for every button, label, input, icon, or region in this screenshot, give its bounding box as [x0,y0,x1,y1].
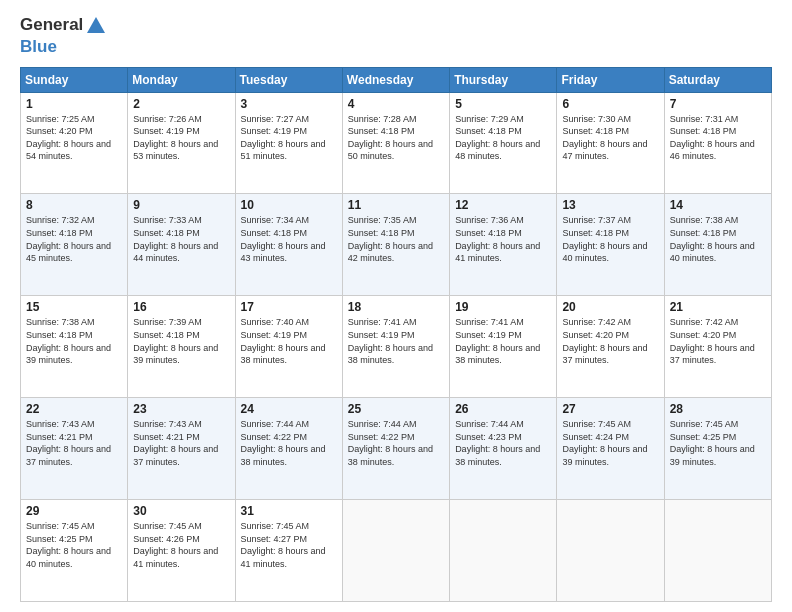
calendar-week-5: 29Sunrise: 7:45 AMSunset: 4:25 PMDayligh… [21,500,772,602]
day-info: Sunrise: 7:45 AMSunset: 4:24 PMDaylight:… [562,419,647,467]
day-info: Sunrise: 7:40 AMSunset: 4:19 PMDaylight:… [241,317,326,365]
day-info: Sunrise: 7:31 AMSunset: 4:18 PMDaylight:… [670,114,755,162]
day-number: 5 [455,97,551,111]
calendar-cell [557,500,664,602]
calendar-cell: 26Sunrise: 7:44 AMSunset: 4:23 PMDayligh… [450,398,557,500]
page: General Blue SundayMondayTuesdayWednesda… [0,0,792,612]
day-info: Sunrise: 7:42 AMSunset: 4:20 PMDaylight:… [670,317,755,365]
day-number: 21 [670,300,766,314]
calendar-cell: 25Sunrise: 7:44 AMSunset: 4:22 PMDayligh… [342,398,449,500]
calendar-cell: 5Sunrise: 7:29 AMSunset: 4:18 PMDaylight… [450,92,557,194]
logo-general: General [20,15,83,34]
calendar-cell: 9Sunrise: 7:33 AMSunset: 4:18 PMDaylight… [128,194,235,296]
day-number: 29 [26,504,122,518]
day-number: 16 [133,300,229,314]
calendar-cell: 31Sunrise: 7:45 AMSunset: 4:27 PMDayligh… [235,500,342,602]
calendar-cell: 18Sunrise: 7:41 AMSunset: 4:19 PMDayligh… [342,296,449,398]
calendar-cell: 17Sunrise: 7:40 AMSunset: 4:19 PMDayligh… [235,296,342,398]
day-info: Sunrise: 7:28 AMSunset: 4:18 PMDaylight:… [348,114,433,162]
calendar-header-wednesday: Wednesday [342,67,449,92]
day-info: Sunrise: 7:44 AMSunset: 4:22 PMDaylight:… [348,419,433,467]
day-info: Sunrise: 7:38 AMSunset: 4:18 PMDaylight:… [26,317,111,365]
day-number: 28 [670,402,766,416]
day-number: 25 [348,402,444,416]
day-info: Sunrise: 7:37 AMSunset: 4:18 PMDaylight:… [562,215,647,263]
day-number: 26 [455,402,551,416]
day-info: Sunrise: 7:32 AMSunset: 4:18 PMDaylight:… [26,215,111,263]
calendar-cell: 29Sunrise: 7:45 AMSunset: 4:25 PMDayligh… [21,500,128,602]
day-number: 10 [241,198,337,212]
calendar-header-saturday: Saturday [664,67,771,92]
day-number: 30 [133,504,229,518]
day-number: 15 [26,300,122,314]
calendar-cell: 13Sunrise: 7:37 AMSunset: 4:18 PMDayligh… [557,194,664,296]
calendar-cell: 3Sunrise: 7:27 AMSunset: 4:19 PMDaylight… [235,92,342,194]
calendar-header-thursday: Thursday [450,67,557,92]
calendar-cell: 14Sunrise: 7:38 AMSunset: 4:18 PMDayligh… [664,194,771,296]
calendar-cell: 22Sunrise: 7:43 AMSunset: 4:21 PMDayligh… [21,398,128,500]
calendar-cell: 24Sunrise: 7:44 AMSunset: 4:22 PMDayligh… [235,398,342,500]
calendar-week-3: 15Sunrise: 7:38 AMSunset: 4:18 PMDayligh… [21,296,772,398]
svg-marker-0 [87,17,105,33]
calendar-cell: 28Sunrise: 7:45 AMSunset: 4:25 PMDayligh… [664,398,771,500]
day-info: Sunrise: 7:45 AMSunset: 4:26 PMDaylight:… [133,521,218,569]
calendar-cell [342,500,449,602]
day-info: Sunrise: 7:44 AMSunset: 4:22 PMDaylight:… [241,419,326,467]
day-info: Sunrise: 7:41 AMSunset: 4:19 PMDaylight:… [348,317,433,365]
day-number: 12 [455,198,551,212]
calendar: SundayMondayTuesdayWednesdayThursdayFrid… [20,67,772,602]
calendar-cell: 7Sunrise: 7:31 AMSunset: 4:18 PMDaylight… [664,92,771,194]
day-number: 3 [241,97,337,111]
calendar-cell: 12Sunrise: 7:36 AMSunset: 4:18 PMDayligh… [450,194,557,296]
day-number: 9 [133,198,229,212]
day-info: Sunrise: 7:27 AMSunset: 4:19 PMDaylight:… [241,114,326,162]
day-number: 19 [455,300,551,314]
calendar-cell [450,500,557,602]
calendar-header-friday: Friday [557,67,664,92]
logo: General Blue [20,15,109,57]
day-number: 8 [26,198,122,212]
day-info: Sunrise: 7:45 AMSunset: 4:27 PMDaylight:… [241,521,326,569]
day-info: Sunrise: 7:36 AMSunset: 4:18 PMDaylight:… [455,215,540,263]
day-info: Sunrise: 7:38 AMSunset: 4:18 PMDaylight:… [670,215,755,263]
day-number: 11 [348,198,444,212]
day-number: 7 [670,97,766,111]
day-number: 13 [562,198,658,212]
calendar-cell: 16Sunrise: 7:39 AMSunset: 4:18 PMDayligh… [128,296,235,398]
calendar-cell: 23Sunrise: 7:43 AMSunset: 4:21 PMDayligh… [128,398,235,500]
day-number: 14 [670,198,766,212]
day-info: Sunrise: 7:43 AMSunset: 4:21 PMDaylight:… [133,419,218,467]
calendar-header-row: SundayMondayTuesdayWednesdayThursdayFrid… [21,67,772,92]
calendar-header-tuesday: Tuesday [235,67,342,92]
calendar-cell: 19Sunrise: 7:41 AMSunset: 4:19 PMDayligh… [450,296,557,398]
calendar-cell: 11Sunrise: 7:35 AMSunset: 4:18 PMDayligh… [342,194,449,296]
calendar-cell: 21Sunrise: 7:42 AMSunset: 4:20 PMDayligh… [664,296,771,398]
day-info: Sunrise: 7:43 AMSunset: 4:21 PMDaylight:… [26,419,111,467]
calendar-cell: 2Sunrise: 7:26 AMSunset: 4:19 PMDaylight… [128,92,235,194]
calendar-cell: 27Sunrise: 7:45 AMSunset: 4:24 PMDayligh… [557,398,664,500]
day-info: Sunrise: 7:35 AMSunset: 4:18 PMDaylight:… [348,215,433,263]
calendar-cell: 20Sunrise: 7:42 AMSunset: 4:20 PMDayligh… [557,296,664,398]
day-info: Sunrise: 7:41 AMSunset: 4:19 PMDaylight:… [455,317,540,365]
day-number: 18 [348,300,444,314]
day-info: Sunrise: 7:30 AMSunset: 4:18 PMDaylight:… [562,114,647,162]
day-info: Sunrise: 7:25 AMSunset: 4:20 PMDaylight:… [26,114,111,162]
day-info: Sunrise: 7:45 AMSunset: 4:25 PMDaylight:… [670,419,755,467]
calendar-header-monday: Monday [128,67,235,92]
day-info: Sunrise: 7:29 AMSunset: 4:18 PMDaylight:… [455,114,540,162]
day-number: 23 [133,402,229,416]
day-info: Sunrise: 7:39 AMSunset: 4:18 PMDaylight:… [133,317,218,365]
day-number: 1 [26,97,122,111]
calendar-cell: 4Sunrise: 7:28 AMSunset: 4:18 PMDaylight… [342,92,449,194]
day-info: Sunrise: 7:26 AMSunset: 4:19 PMDaylight:… [133,114,218,162]
day-info: Sunrise: 7:44 AMSunset: 4:23 PMDaylight:… [455,419,540,467]
calendar-cell: 10Sunrise: 7:34 AMSunset: 4:18 PMDayligh… [235,194,342,296]
day-number: 22 [26,402,122,416]
calendar-week-2: 8Sunrise: 7:32 AMSunset: 4:18 PMDaylight… [21,194,772,296]
calendar-week-4: 22Sunrise: 7:43 AMSunset: 4:21 PMDayligh… [21,398,772,500]
calendar-cell: 6Sunrise: 7:30 AMSunset: 4:18 PMDaylight… [557,92,664,194]
day-info: Sunrise: 7:33 AMSunset: 4:18 PMDaylight:… [133,215,218,263]
day-number: 2 [133,97,229,111]
logo-icon [85,15,107,37]
calendar-cell: 8Sunrise: 7:32 AMSunset: 4:18 PMDaylight… [21,194,128,296]
